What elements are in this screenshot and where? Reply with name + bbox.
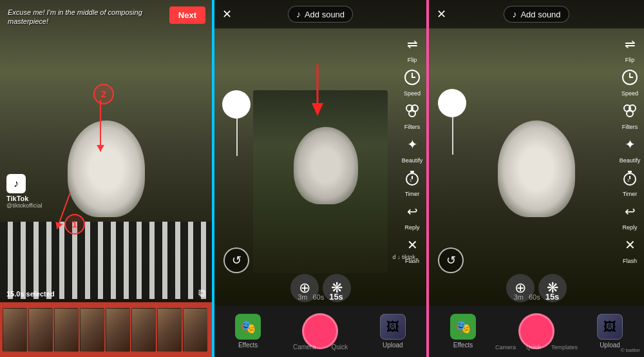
effects-icon-2: 🎭 — [235, 314, 261, 340]
toolbar-filters-2[interactable]: Filters — [401, 99, 424, 130]
tiktok-sub: @tiktokofficial — [6, 202, 43, 209]
quick-tab-2[interactable]: Quick — [332, 343, 348, 351]
filmstrip-frames — [0, 305, 210, 354]
piano-keys — [0, 222, 212, 299]
toolbar-flash-2[interactable]: ✕ Flash — [401, 233, 424, 264]
effects-tab-3[interactable]: 🎭 Effects — [450, 314, 476, 349]
timer-icon-3: 3 — [618, 166, 641, 189]
music-icon-2: ♪ — [296, 9, 301, 19]
toolbar-beautify-2[interactable]: ✦ Beautify — [401, 133, 424, 164]
film-frame — [28, 308, 53, 352]
upload-icon-2: 🖼 — [380, 314, 406, 340]
duration-text: 15.0s selected — [6, 290, 55, 298]
panel-2-header: ✕ ♪ Add sound — [214, 0, 426, 28]
toolbar-filters-3[interactable]: Filters — [618, 99, 641, 130]
arrow-1 — [100, 100, 101, 151]
reply-icon-3: ↩ — [618, 200, 641, 223]
toolbar-timer-2[interactable]: 3 Timer — [401, 166, 424, 197]
film-frame — [3, 308, 27, 352]
svg-point-5 — [409, 110, 415, 117]
toolbar-reply-2[interactable]: ↩ Reply — [401, 200, 424, 231]
step-2-circle: 2 — [93, 84, 114, 104]
upload-icon-3: 🖼 — [597, 314, 623, 340]
toolbar-speed-3[interactable]: Speed — [618, 66, 641, 97]
film-frame — [183, 308, 207, 352]
toolbar-flip-3[interactable]: ⇌ Flip — [618, 32, 641, 63]
next-button[interactable]: Next — [169, 6, 205, 24]
exposure-line-3 — [452, 103, 453, 155]
close-button-2[interactable]: ✕ — [222, 7, 232, 21]
film-frame — [106, 308, 130, 352]
flash-icon-2: ✕ — [401, 233, 424, 256]
exposure-line-2 — [236, 104, 238, 156]
film-frame — [54, 308, 79, 352]
cat-background-3 — [429, 0, 644, 357]
speed-icon-2 — [401, 66, 424, 89]
svg-marker-1 — [312, 103, 323, 116]
rotate-button-2[interactable]: ↺ — [223, 247, 249, 273]
film-frame — [131, 308, 156, 352]
beautify-icon-2: ✦ — [401, 133, 424, 156]
flip-icon-2: ⇌ — [401, 32, 424, 55]
add-sound-label-2: Add sound — [305, 10, 345, 19]
toolbar-beautify-3[interactable]: ✦ Beautify — [618, 133, 641, 164]
rotate-button-3[interactable]: ↺ — [438, 247, 464, 273]
dur-60s-3[interactable]: 60s — [529, 293, 540, 301]
filters-icon-3 — [618, 99, 641, 122]
svg-rect-14 — [628, 171, 632, 173]
tiktok-logo-area: ♪ TikTok @tiktokofficial — [6, 174, 43, 209]
filters-icon-2 — [401, 99, 424, 122]
svg-text:3: 3 — [627, 179, 629, 182]
corner-label-3: © battler — [621, 347, 640, 353]
reply-icon-2: ↩ — [401, 200, 424, 223]
quick-tab-3[interactable]: Quick — [526, 344, 541, 351]
tiktok-logo-icon: ♪ — [6, 174, 26, 193]
panel-2: ✕ ♪ Add sound ⇌ Flip Speed Filters — [214, 0, 429, 357]
toolbar-flash-3[interactable]: ✕ Flash — [618, 233, 641, 264]
camera-tab-2[interactable]: Camera — [293, 343, 316, 351]
copy-icon[interactable]: ⧉ — [198, 287, 205, 299]
effects-icon-3: 🎭 — [450, 314, 476, 340]
svg-text:3: 3 — [410, 179, 412, 182]
speed-icon-3 — [618, 66, 641, 89]
toolbar-flip-2[interactable]: ⇌ Flip — [401, 32, 424, 63]
close-button-3[interactable]: ✕ — [437, 7, 446, 21]
upload-tab-3[interactable]: 🖼 Upload — [597, 314, 623, 349]
beautify-icon-3: ✦ — [618, 133, 641, 156]
add-sound-button-2[interactable]: ♪ Add sound — [288, 6, 353, 23]
film-frame — [157, 308, 182, 352]
flash-icon-3: ✕ — [618, 233, 641, 256]
film-frame — [80, 308, 104, 352]
dur-15s-2[interactable]: 15s — [329, 292, 343, 302]
tiktok-name: TikTok — [6, 195, 43, 202]
toolbar-reply-3[interactable]: ↩ Reply — [618, 200, 641, 231]
toolbar-speed-2[interactable]: Speed — [401, 66, 424, 97]
dur-3m-3[interactable]: 3m — [514, 293, 524, 301]
dur-15s-3[interactable]: 15s — [545, 292, 560, 302]
panel-3-header: ✕ ♪ Add sound — [429, 0, 644, 28]
timer-icon-2: 3 — [401, 166, 424, 189]
step-1-circle: 1 — [64, 214, 85, 235]
right-toolbar-3: ⇌ Flip Speed Filters ✦ Beautify — [618, 32, 641, 264]
dur-60s-2[interactable]: 60s — [312, 293, 324, 301]
svg-point-13 — [627, 110, 633, 117]
toolbar-timer-3[interactable]: 3 Timer — [618, 166, 641, 197]
top-caption: Excuse me! I'm in the middle of composin… — [8, 8, 173, 26]
camera-tab-3[interactable]: Camera — [495, 344, 516, 351]
flip-icon-3: ⇌ — [618, 32, 641, 55]
dur-3m-2[interactable]: 3m — [298, 293, 307, 301]
filmstrip — [0, 302, 212, 357]
music-icon-3: ♪ — [512, 9, 516, 19]
panel-3: ✕ ♪ Add sound ⇌ Flip Speed Filters ✦ Bea… — [429, 0, 644, 357]
right-toolbar-2: ⇌ Flip Speed Filters ✦ Beautify — [401, 32, 424, 264]
add-sound-button-3[interactable]: ♪ Add sound — [504, 6, 569, 23]
add-sound-label-3: Add sound — [520, 10, 560, 19]
templates-tab-3[interactable]: Templates — [551, 344, 578, 351]
svg-rect-6 — [410, 171, 414, 173]
red-arrow-2 — [301, 64, 334, 119]
panel-1: Excuse me! I'm in the middle of composin… — [0, 0, 214, 357]
